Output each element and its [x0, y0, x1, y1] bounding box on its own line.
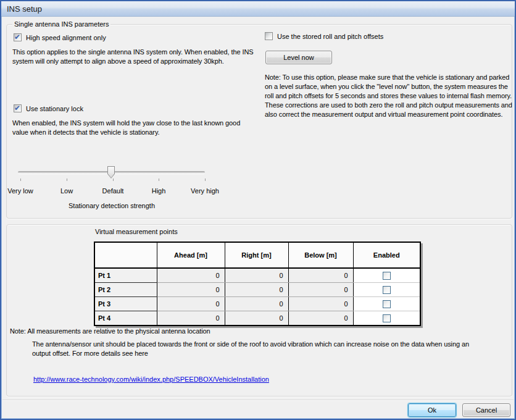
placement-note: The antenna/sensor unit should be placed… [32, 340, 489, 358]
slider-label-4: Very high [191, 187, 219, 195]
table-row: Pt 1000 [94, 268, 420, 283]
vmp-tbody: Pt 1000Pt 2000Pt 3000Pt 4000 [94, 268, 420, 326]
table-row: Pt 3000 [94, 297, 420, 311]
vmp-below-cell[interactable]: 0 [288, 268, 353, 283]
slider-tick [113, 178, 114, 181]
slider-label-1: Low [60, 187, 73, 195]
window-title: INS setup [7, 4, 42, 14]
high-speed-description: This option applies to the single antenn… [12, 48, 254, 66]
stored-offsets-checkbox-label[interactable]: Use the stored roll and pitch offsets [277, 32, 383, 41]
slider-tick [67, 178, 67, 181]
slider-tick [205, 178, 206, 181]
ok-button[interactable]: Ok [408, 403, 456, 417]
vmp-row-label: Pt 1 [94, 268, 157, 283]
vmp-right-cell[interactable]: 0 [225, 283, 288, 297]
level-now-button[interactable]: Level now [265, 51, 332, 64]
vmp-ahead-cell[interactable]: 0 [157, 283, 225, 297]
high-speed-checkbox[interactable] [14, 33, 22, 41]
group-single-antenna-label: Single antenna INS parameters [12, 20, 110, 28]
ins-setup-dialog: INS setup Single antenna INS parameters … [0, 0, 516, 420]
vmp-corner-header [94, 242, 157, 268]
wiki-link[interactable]: http://www.race-technology.com/wiki/inde… [33, 376, 269, 383]
vmp-enabled-cell [353, 311, 420, 326]
vmp-ahead-cell[interactable]: 0 [157, 297, 225, 311]
slider-tick [20, 178, 21, 181]
vmp-enabled-cell [353, 268, 420, 283]
vmp-column-header: Right [m] [225, 242, 288, 268]
slider-label-3: High [152, 187, 166, 195]
enabled-checkbox[interactable] [383, 286, 391, 294]
stationary-lock-checkbox[interactable] [14, 104, 22, 112]
stationary-lock-description: When enabled, the INS system will hold t… [12, 119, 254, 137]
level-now-note: Note: To use this option, please make su… [265, 73, 513, 119]
vmp-row-label: Pt 2 [94, 283, 157, 297]
table-row: Pt 2000 [94, 283, 420, 297]
title-bar: INS setup [1, 1, 515, 17]
antenna-note: Note: All measurements are relative to t… [10, 327, 491, 336]
table-row: Pt 4000 [94, 311, 420, 326]
vmp-enabled-cell [353, 283, 420, 297]
footer-separator [2, 400, 514, 400]
stationary-lock-checkbox-label[interactable]: Use stationary lock [26, 104, 83, 113]
vmp-right-cell[interactable]: 0 [225, 297, 288, 311]
vmp-below-cell[interactable]: 0 [288, 283, 353, 297]
enabled-checkbox[interactable] [383, 272, 391, 280]
vmp-column-header: Enabled [353, 242, 420, 268]
vmp-header-row: Ahead [m]Right [m]Below [m]Enabled [94, 242, 420, 268]
vmp-right-cell[interactable]: 0 [225, 311, 288, 326]
vmp-row-label: Pt 4 [94, 311, 157, 326]
vmp-ahead-cell[interactable]: 0 [157, 311, 225, 326]
vmp-row-label: Pt 3 [94, 297, 157, 311]
slider-tick [159, 178, 159, 181]
slider-label-2: Default [102, 187, 124, 195]
vmp-column-header: Ahead [m] [157, 242, 225, 268]
cancel-button[interactable]: Cancel [462, 403, 510, 417]
vmp-right-cell[interactable]: 0 [225, 268, 288, 283]
vmp-below-cell[interactable]: 0 [288, 311, 353, 326]
vmp-column-header: Below [m] [288, 242, 353, 268]
vmp-ahead-cell[interactable]: 0 [157, 268, 225, 283]
enabled-checkbox[interactable] [383, 314, 391, 322]
slider-label-0: Very low [7, 187, 33, 195]
enabled-checkbox[interactable] [383, 300, 391, 308]
stored-offsets-checkbox[interactable] [265, 32, 273, 40]
slider-caption: Stationary detection strength [65, 202, 159, 209]
high-speed-checkbox-label[interactable]: High speed alignment only [26, 33, 106, 42]
vmp-below-cell[interactable]: 0 [288, 297, 353, 311]
vmp-table-title: Virtual measurement points [95, 228, 178, 235]
vmp-enabled-cell [353, 297, 420, 311]
vmp-table: Ahead [m]Right [m]Below [m]Enabled Pt 10… [94, 242, 421, 326]
